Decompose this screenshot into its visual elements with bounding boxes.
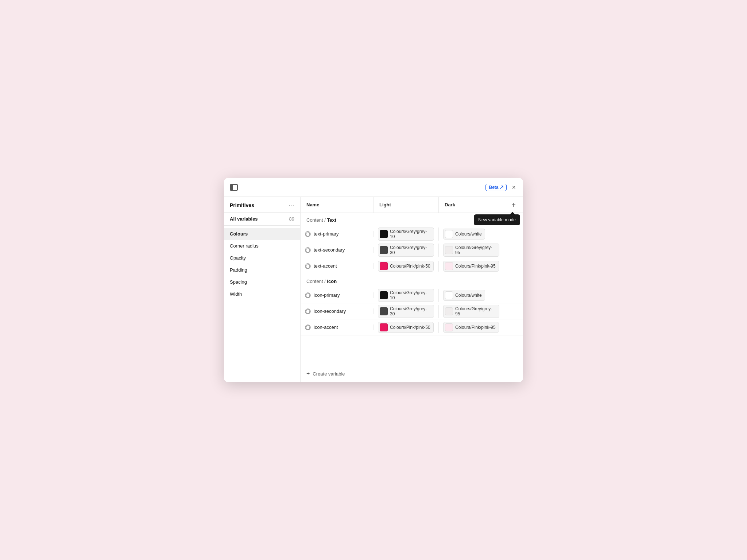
var-name-cell: icon-secondary <box>301 308 374 314</box>
table-row: icon-primary Colours/Grey/grey-10 Colour… <box>301 287 523 303</box>
external-link-icon <box>500 186 503 189</box>
color-variable-icon <box>305 324 311 330</box>
var-light-cell[interactable]: Colours/Grey/grey-10 <box>374 228 439 241</box>
light-color-chip[interactable]: Colours/Grey/grey-30 <box>378 305 434 318</box>
dark-color-chip[interactable]: Colours/Pink/pink-95 <box>443 261 499 272</box>
light-color-label: Colours/Pink/pink-50 <box>390 264 430 269</box>
dark-color-label: Colours/Grey/grey-95 <box>455 245 496 255</box>
beta-badge[interactable]: Beta <box>485 184 507 191</box>
header-bar: Beta × <box>224 178 523 197</box>
var-dark-cell[interactable]: Colours/Grey/grey-95 <box>439 305 504 318</box>
var-dark-cell[interactable]: Colours/white <box>439 290 504 301</box>
light-color-chip[interactable]: Colours/Grey/grey-10 <box>378 228 434 241</box>
col-light-header: Light <box>374 197 439 213</box>
light-color-chip[interactable]: Colours/Pink/pink-50 <box>378 261 434 272</box>
var-name: icon-accent <box>314 324 338 330</box>
dark-color-swatch <box>445 262 453 270</box>
dark-color-label: Colours/white <box>455 232 482 237</box>
create-variable-bar[interactable]: + Create variable <box>301 365 523 382</box>
col-add-header: + New variable mode <box>504 197 523 213</box>
new-variable-mode-tooltip: New variable mode <box>474 214 520 225</box>
header-left <box>230 184 238 191</box>
dark-color-label: Colours/Pink/pink-95 <box>455 264 496 269</box>
color-variable-icon <box>305 308 311 314</box>
table-row: text-accent Colours/Pink/pink-50 Colours… <box>301 258 523 274</box>
sidebar-nav: ColoursCorner radiusOpacityPaddingSpacin… <box>224 226 300 302</box>
var-name: text-accent <box>314 263 337 269</box>
var-name-cell: text-primary <box>301 231 374 237</box>
sidebar-item-opacity[interactable]: Opacity <box>224 252 300 264</box>
var-name-cell: icon-primary <box>301 292 374 298</box>
all-variables-label: All variables <box>230 216 258 222</box>
color-variable-icon <box>305 292 311 298</box>
col-dark-header: Dark <box>439 197 504 213</box>
light-color-swatch <box>380 246 388 254</box>
color-variable-icon <box>305 231 311 237</box>
var-dark-cell[interactable]: Colours/white <box>439 229 504 240</box>
add-mode-button[interactable]: + <box>508 200 519 210</box>
plus-icon: + <box>306 370 310 377</box>
sidebar: Primitives ··· All variables 89 ColoursC… <box>224 197 301 382</box>
var-name-cell: text-accent <box>301 263 374 269</box>
sidebar-item-spacing[interactable]: Spacing <box>224 276 300 288</box>
light-color-label: Colours/Grey/grey-30 <box>390 245 431 255</box>
color-variable-icon <box>305 263 311 269</box>
all-variables-count: 89 <box>289 216 294 222</box>
light-color-chip[interactable]: Colours/Grey/grey-30 <box>378 244 434 257</box>
main-body: Primitives ··· All variables 89 ColoursC… <box>224 197 523 382</box>
sidebar-item-padding[interactable]: Padding <box>224 264 300 276</box>
light-color-chip[interactable]: Colours/Pink/pink-50 <box>378 322 434 333</box>
light-color-label: Colours/Grey/grey-10 <box>390 290 431 300</box>
light-color-swatch <box>380 262 388 270</box>
var-name: icon-primary <box>314 292 340 298</box>
light-color-swatch <box>380 323 388 331</box>
light-color-swatch <box>380 307 388 315</box>
sidebar-item-corner-radius[interactable]: Corner radius <box>224 240 300 252</box>
dark-color-chip[interactable]: Colours/Grey/grey-95 <box>443 305 499 318</box>
var-light-cell[interactable]: Colours/Pink/pink-50 <box>374 261 439 272</box>
dark-color-swatch <box>445 307 453 315</box>
col-name-header: Name <box>301 197 374 213</box>
var-light-cell[interactable]: Colours/Grey/grey-30 <box>374 305 439 318</box>
color-variable-icon <box>305 247 311 253</box>
sidebar-item-colours[interactable]: Colours <box>224 228 300 240</box>
all-variables-row[interactable]: All variables 89 <box>224 213 300 226</box>
dark-color-swatch <box>445 291 453 299</box>
var-dark-cell[interactable]: Colours/Pink/pink-95 <box>439 261 504 272</box>
app-window: Beta × Primitives ··· All variables 89 C… <box>224 178 523 382</box>
var-light-cell[interactable]: Colours/Grey/grey-30 <box>374 244 439 257</box>
content-area: Name Light Dark + New variable mode Cont… <box>301 197 523 382</box>
light-color-chip[interactable]: Colours/Grey/grey-10 <box>378 289 434 302</box>
dark-color-label: Colours/Pink/pink-95 <box>455 325 496 330</box>
var-name: icon-secondary <box>314 308 346 314</box>
table-row: icon-secondary Colours/Grey/grey-30 Colo… <box>301 303 523 319</box>
close-button[interactable]: × <box>510 183 517 192</box>
dark-color-chip[interactable]: Colours/white <box>443 290 485 301</box>
table-row: text-secondary Colours/Grey/grey-30 Colo… <box>301 242 523 258</box>
light-color-label: Colours/Grey/grey-10 <box>390 229 431 239</box>
column-headers: Name Light Dark + New variable mode <box>301 197 523 213</box>
dark-color-swatch <box>445 246 453 254</box>
dark-color-label: Colours/white <box>455 293 482 298</box>
var-dark-cell[interactable]: Colours/Grey/grey-95 <box>439 244 504 257</box>
var-light-cell[interactable]: Colours/Grey/grey-10 <box>374 289 439 302</box>
create-variable-label: Create variable <box>313 371 345 377</box>
dark-color-chip[interactable]: Colours/Grey/grey-95 <box>443 244 499 257</box>
dark-color-chip[interactable]: Colours/white <box>443 229 485 240</box>
section-header-content-icon: Content / Icon <box>301 274 523 287</box>
var-light-cell[interactable]: Colours/Pink/pink-50 <box>374 322 439 333</box>
dark-color-chip[interactable]: Colours/Pink/pink-95 <box>443 322 499 333</box>
sidebar-title: Primitives <box>230 202 254 208</box>
sidebar-header: Primitives ··· <box>224 197 300 213</box>
var-name-cell: icon-accent <box>301 324 374 330</box>
light-color-swatch <box>380 291 388 299</box>
table-row: icon-accent Colours/Pink/pink-50 Colours… <box>301 319 523 335</box>
var-name: text-secondary <box>314 247 345 253</box>
var-name-cell: text-secondary <box>301 247 374 253</box>
sidebar-item-width[interactable]: Width <box>224 288 300 300</box>
var-dark-cell[interactable]: Colours/Pink/pink-95 <box>439 322 504 333</box>
more-options-button[interactable]: ··· <box>289 202 294 209</box>
dark-color-swatch <box>445 323 453 331</box>
light-color-label: Colours/Pink/pink-50 <box>390 325 430 330</box>
dark-color-label: Colours/Grey/grey-95 <box>455 306 496 316</box>
